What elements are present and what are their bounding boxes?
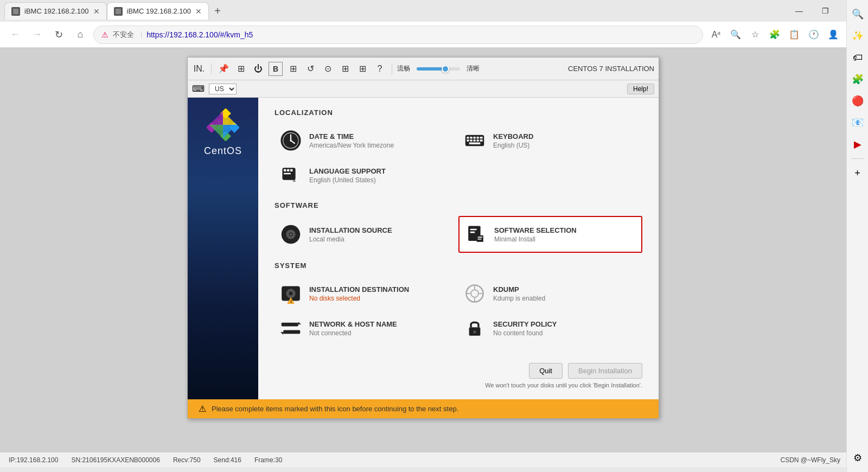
installation-destination-subtitle: No disks selected [309,295,409,302]
sidebar-shopping-icon[interactable]: 🏷 [848,48,867,67]
kvm-tool-box2[interactable]: ⊞ [355,62,369,76]
keyboard-icon: ⌨ [192,84,205,94]
tab-2[interactable]: iBMC 192.168.2.100 ✕ [107,2,209,20]
svg-rect-0 [13,9,18,14]
tab-close-2[interactable]: ✕ [195,7,202,16]
tab-favicon-2 [114,7,123,16]
kvm-tool-in[interactable]: IN. [192,62,206,76]
address-bar[interactable]: ⚠ 不安全 | https://192.168.2.100/#/kvm_h5 [93,25,703,44]
svg-rect-20 [467,137,469,138]
security-policy-item[interactable]: SECURITY POLICY No content found [458,311,642,346]
svg-text:!: ! [290,299,292,304]
centos-sidebar: CentOS [188,98,258,399]
kvm-window: IN. 📌 ⊞ ⏻ B ⊞ ↺ ⊙ ⊞ ⊞ ? 流畅 清晰 [187,57,659,419]
sidebar-add-icon[interactable]: + [848,163,867,183]
date-time-title: DATE & TIME [309,132,394,141]
svg-rect-45 [477,237,482,238]
sidebar-copilot-icon[interactable]: ✨ [848,26,867,46]
software-selection-subtitle: Minimal Install [494,235,577,243]
svg-marker-62 [280,332,283,335]
kvm-tool-b[interactable]: B [269,62,283,76]
svg-rect-1 [116,9,121,14]
kvm-tool-screen[interactable]: ⊞ [234,62,248,76]
new-tab-button[interactable]: + [209,2,226,20]
installation-source-text: INSTALLATION SOURCE Local media [309,226,392,243]
kvm-tool-refresh[interactable]: ↺ [303,62,317,76]
back-button[interactable]: ← [7,26,24,43]
refresh-button[interactable]: ↻ [50,26,67,43]
keyboard-icon-item [463,129,487,152]
svg-rect-46 [477,239,481,240]
warning-bar: ⚠ Please complete items marked with this… [188,399,659,418]
sidebar-bottom-icon[interactable]: ⚙ [848,448,867,468]
keyboard-subtitle: English (US) [493,142,533,149]
extensions-button[interactable]: 🧩 [766,26,783,43]
svg-point-64 [473,330,476,333]
language-support-item[interactable]: a LANGUAGE SUPPORT English (United State… [275,158,458,193]
svg-rect-61 [283,330,300,334]
kdump-item[interactable]: KDUMP Kdump is enabled [458,276,642,311]
forward-button[interactable]: → [28,26,46,43]
sidebar-office-icon[interactable]: 🔴 [848,91,867,111]
keyboard-title: KEYBOARD [493,132,533,141]
begin-installation-button[interactable]: Begin Installation [568,363,642,379]
svg-marker-60 [298,322,301,324]
quality-slider[interactable] [417,67,460,71]
nav-search-button[interactable]: 🔍 [727,26,744,43]
installer-main: LOCALIZATION [258,98,659,399]
quit-button[interactable]: Quit [529,363,563,379]
localization-grid: DATE & TIME Americas/New York timezone [275,123,642,193]
language-dropdown[interactable]: US [209,84,237,94]
kvm-tool-grid[interactable]: ⊞ [286,62,300,76]
maximize-button[interactable]: ❐ [813,0,838,22]
sidebar-outlook-icon[interactable]: 📧 [848,113,867,132]
date-time-item[interactable]: DATE & TIME Americas/New York timezone [275,123,458,158]
software-selection-item[interactable]: SOFTWARE SELECTION Minimal Install [458,216,642,253]
kvm-tool-power[interactable]: ⏻ [251,62,265,76]
svg-rect-35 [284,173,291,175]
tab-close-1[interactable]: ✕ [93,7,100,16]
profile-button[interactable]: 👤 [825,26,842,43]
kvm-tool-circle[interactable]: ⊙ [321,62,335,76]
sidebar-youtube-icon[interactable]: ▶ [848,135,867,154]
insecure-label: 不安全 [113,30,134,40]
tab-1[interactable]: iBMC 192.168.2.100 ✕ [4,2,107,20]
home-button[interactable]: ⌂ [72,26,89,43]
sidebar-search-icon[interactable]: 🔍 [848,4,867,24]
installation-source-item[interactable]: INSTALLATION SOURCE Local media [275,216,458,253]
sidebar-apps-icon[interactable]: 🧩 [848,69,867,89]
kvm-tool-help[interactable]: ? [373,62,387,76]
network-hostname-item[interactable]: NETWORK & HOST NAME Not connected [275,311,458,346]
date-time-icon [279,129,303,152]
software-selection-text: SOFTWARE SELECTION Minimal Install [494,226,577,243]
security-warning-icon: ⚠ [101,30,108,39]
help-button[interactable]: Help! [627,84,654,94]
favorites-button[interactable]: ☆ [746,26,764,43]
svg-point-18 [290,139,291,141]
centos-text: CentOS [204,145,242,157]
minimize-button[interactable]: — [787,0,812,22]
collections-button[interactable]: 📋 [786,26,803,43]
svg-point-50 [289,292,293,296]
url-text[interactable]: https://192.168.2.100/#/kvm_h5 [146,30,253,39]
footer-note: We won't touch your disks until you clic… [275,382,642,388]
kvm-tool-pin[interactable]: 📌 [216,62,231,76]
svg-rect-59 [282,323,298,327]
language-support-subtitle: English (United States) [309,176,386,184]
history-button[interactable]: 🕐 [805,26,822,43]
read-mode-button[interactable]: Aᵃ [707,26,725,43]
installation-destination-item[interactable]: ! INSTALLATION DESTINATION No disks sele… [275,276,458,311]
svg-point-40 [290,233,291,235]
network-hostname-text: NETWORK & HOST NAME Not connected [309,320,397,337]
tab-favicon-1 [11,7,20,16]
nav-bar: ← → ↻ ⌂ ⚠ 不安全 | https://192.168.2.100/#/… [0,22,868,48]
quality-right-label: 清晰 [467,64,480,73]
csdn-label: CSDN @~WFly_Sky [780,456,840,464]
kvm-toolbar: IN. 📌 ⊞ ⏻ B ⊞ ↺ ⊙ ⊞ ⊞ ? 流畅 清晰 [188,58,659,80]
warning-text: Please complete items marked with this i… [212,405,458,413]
keyboard-item[interactable]: KEYBOARD English (US) [458,123,642,158]
kvm-title: CENTOS 7 INSTALLATION [568,65,654,73]
software-title: SOFTWARE [275,201,642,209]
right-sidebar: 🔍 ✨ 🏷 🧩 🔴 📧 ▶ + ⚙ [846,0,868,472]
kvm-tool-box1[interactable]: ⊞ [338,62,352,76]
